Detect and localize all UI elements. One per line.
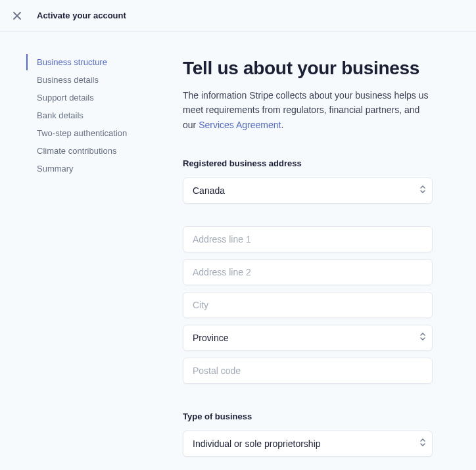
page-description: The information Stripe collects about yo… xyxy=(183,88,433,132)
type-section-label: Type of business xyxy=(183,411,433,421)
province-select[interactable]: Province xyxy=(183,325,433,351)
sidebar-item-label: Business details xyxy=(37,75,99,85)
header: Activate your account xyxy=(0,0,476,32)
country-select-value: Canada xyxy=(193,185,225,196)
address-line-1-input[interactable] xyxy=(183,226,433,252)
sidebar-item-business-details[interactable]: Business details xyxy=(26,72,158,88)
content: Business structure Business details Supp… xyxy=(0,32,476,470)
city-input[interactable] xyxy=(183,292,433,318)
postal-code-input[interactable] xyxy=(183,358,433,384)
country-select[interactable]: Canada xyxy=(183,177,433,204)
sidebar-item-climate-contributions[interactable]: Climate contributions xyxy=(26,143,158,159)
header-title: Activate your account xyxy=(37,11,126,20)
sidebar-item-label: Summary xyxy=(37,164,74,174)
sidebar-item-label: Bank details xyxy=(37,110,83,120)
services-agreement-link[interactable]: Services Agreement xyxy=(199,120,281,130)
main: Tell us about your business The informat… xyxy=(158,54,476,470)
description-suffix: . xyxy=(281,120,283,130)
province-select-value: Province xyxy=(193,333,228,343)
sidebar-item-support-details[interactable]: Support details xyxy=(26,89,158,106)
address-line-2-input[interactable] xyxy=(183,259,433,285)
page-title: Tell us about your business xyxy=(183,58,433,79)
sidebar-item-label: Business structure xyxy=(37,57,107,67)
sidebar-item-label: Two-step authentication xyxy=(37,128,127,138)
sidebar-item-business-structure[interactable]: Business structure xyxy=(26,54,158,70)
sidebar-item-label: Support details xyxy=(37,93,94,103)
sidebar-item-two-step-authentication[interactable]: Two-step authentication xyxy=(26,125,158,141)
close-button[interactable] xyxy=(11,9,24,22)
sidebar-item-summary[interactable]: Summary xyxy=(26,160,158,177)
business-type-value: Individual or sole proprietorship xyxy=(193,438,321,449)
business-type-select[interactable]: Individual or sole proprietorship xyxy=(183,431,433,457)
sidebar: Business structure Business details Supp… xyxy=(0,54,158,470)
address-section-label: Registered business address xyxy=(183,158,433,168)
close-icon xyxy=(13,12,21,20)
sidebar-item-label: Climate contributions xyxy=(37,146,116,156)
sidebar-item-bank-details[interactable]: Bank details xyxy=(26,107,158,124)
